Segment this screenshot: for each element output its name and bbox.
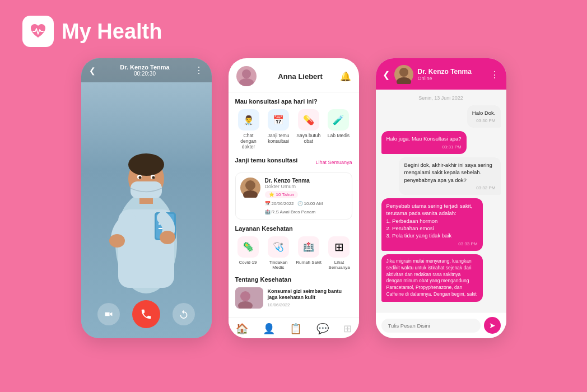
phone-chat: ❮ Dr. Kenzo Tenma Online ⋮ Senin, 13 Jun…	[376, 58, 506, 338]
all-icon: ⊞	[328, 236, 350, 258]
more-options-icon[interactable]: ⋮	[194, 65, 204, 76]
chat-doc-avatar	[394, 65, 413, 84]
quick-actions: 👨‍⚕️ Chat dengan dokter 📅 Janji temu kon…	[235, 109, 352, 150]
apt-doctor-name: Dr. Kenzo Tenma	[265, 178, 347, 184]
quick-action-chat[interactable]: 👨‍⚕️ Chat dengan dokter	[235, 109, 262, 150]
header: My Health	[0, 0, 587, 58]
call-timer: 00:20:30	[96, 71, 194, 77]
qa-label-chat: Chat dengan dokter	[235, 133, 262, 150]
apt-doctor-avatar	[240, 178, 260, 198]
quick-action-appointment[interactable]: 📅 Janji temu konsultasi	[265, 109, 292, 150]
news-item[interactable]: Konsumsi gizi seimbang bantu jaga keseha…	[235, 287, 352, 309]
quick-action-lab[interactable]: 🧪 Lab Medis	[325, 109, 352, 150]
layanan-covid[interactable]: 🦠 Covid-19	[235, 236, 261, 270]
news-title: Konsumsi gizi seimbang bantu jaga keseha…	[268, 288, 352, 301]
layanan-section-title: Layanan Kesehatan	[235, 225, 352, 232]
see-all-appointments[interactable]: Lihat Semuanya	[315, 160, 352, 165]
news-thumbnail	[235, 287, 263, 309]
chevron-down-icon[interactable]: ❮	[89, 66, 96, 75]
msg-time-2: 03:31 PM	[386, 144, 462, 150]
message-3: Begini dok, akhir-akhir ini saya sering …	[399, 157, 500, 195]
chat-doc-name: Dr. Kenzo Tenma	[418, 68, 472, 76]
covid-icon: 🦠	[237, 236, 259, 258]
msg-text-1: Halo Dok.	[472, 110, 496, 116]
svg-point-15	[109, 234, 125, 248]
apt-date: 📅 20/06/2022	[265, 201, 294, 206]
phones-row: ❮ Dr. Kenzo Tenma 00:20:30 ⋮	[0, 58, 587, 338]
nav-profile[interactable]: 👤	[263, 323, 275, 335]
layanan-all[interactable]: ⊞ Lihat Semuanya	[326, 236, 352, 270]
notification-bell-icon[interactable]: 🔔	[340, 71, 351, 82]
back-button[interactable]: ❮	[383, 69, 390, 80]
layanan-rs[interactable]: 🏥 Rumah Sakit	[296, 236, 322, 270]
message-5: Jika migrain mulai menyerang, luangkan s…	[381, 254, 483, 302]
msg-time-1: 03:30 PM	[472, 118, 496, 124]
msg-text-3: Begini dok, akhir-akhir ini saya sering …	[404, 162, 492, 183]
nav-home[interactable]: 🏠	[236, 323, 248, 335]
layanan-tindakan[interactable]: 🩺 Tindakan Medis	[265, 236, 291, 270]
phone-video-call: ❮ Dr. Kenzo Tenma 00:20:30 ⋮	[81, 58, 212, 338]
svg-point-22	[240, 291, 250, 301]
medicine-icon: 💊	[298, 109, 319, 130]
chat-input-field[interactable]	[381, 319, 481, 333]
qa-label-appt: Janji temu konsultasi	[265, 133, 292, 144]
tentang-section-title: Tentang Kesehatan	[235, 276, 352, 283]
phone-dashboard: Anna Liebert 🔔 Mau konsultasi apa hari i…	[229, 58, 359, 338]
nav-chat[interactable]: 💬	[316, 323, 329, 335]
video-call-header: ❮ Dr. Kenzo Tenma 00:20:30 ⋮	[81, 58, 212, 82]
send-button[interactable]: ➤	[484, 317, 501, 334]
msg-time-3: 03:32 PM	[404, 185, 495, 191]
tindakan-icon: 🩺	[268, 236, 289, 258]
dashboard-header: Anna Liebert 🔔	[229, 58, 359, 92]
msg-text-2: Halo juga. Mau Konsultasi apa?	[386, 136, 462, 142]
lab-icon: 🧪	[328, 109, 349, 130]
app-logo	[22, 16, 54, 47]
message-4: Penyebab utama sering terjadi sakit, ter…	[381, 198, 483, 251]
nav-records[interactable]: 📋	[290, 323, 302, 335]
layan-label-tindakan: Tindakan Medis	[265, 260, 291, 270]
video-doc-name: Dr. Kenzo Tenma	[96, 64, 194, 71]
svg-point-16	[160, 231, 175, 244]
chat-more-options-icon[interactable]: ⋮	[490, 69, 500, 80]
msg-time-4: 03:33 PM	[386, 241, 478, 247]
call-controls	[81, 300, 212, 328]
svg-point-20	[243, 190, 258, 198]
layan-label-rs: Rumah Sakit	[296, 260, 322, 265]
chat-doctor-icon: 👨‍⚕️	[238, 109, 259, 130]
layanan-grid: 🦠 Covid-19 🩺 Tindakan Medis 🏥 Rumah Saki…	[235, 236, 352, 270]
dashboard-body: Mau konsultasi apa hari ini? 👨‍⚕️ Chat d…	[229, 92, 359, 318]
appointment-card[interactable]: Dr. Kenzo Tenma Dokter Umum ⭐10 Tahun 📅 …	[235, 172, 352, 220]
appointment-icon: 📅	[268, 109, 289, 130]
end-call-button[interactable]	[132, 300, 160, 328]
apt-info: Dr. Kenzo Tenma Dokter Umum ⭐10 Tahun 📅 …	[265, 178, 347, 214]
apt-hospital: 🏥 R.S Awal Bros Panam	[265, 209, 316, 214]
svg-point-19	[245, 180, 255, 190]
chat-input-bar: ➤	[376, 312, 506, 338]
svg-point-25	[397, 77, 411, 84]
doctor-figure	[101, 114, 191, 293]
apt-time: 🕙 10:00 AM	[297, 201, 323, 206]
chat-header: ❮ Dr. Kenzo Tenma Online ⋮	[376, 58, 506, 90]
rotate-camera-button[interactable]	[173, 303, 195, 325]
message-1: Halo Dok. 03:30 PM	[467, 105, 501, 128]
rs-icon: 🏥	[298, 236, 319, 258]
msg-text-4: Penyebab utama sering terjadi sakit, ter…	[386, 203, 473, 239]
news-date: 10/06/2022	[268, 302, 352, 307]
user-name: Anna Liebert	[278, 72, 322, 81]
layan-label-covid: Covid-19	[239, 260, 257, 265]
chat-messages: Senin, 13 Juni 2022 Halo Dok. 03:30 PM H…	[376, 90, 506, 312]
message-2: Halo juga. Mau Konsultasi apa? 03:31 PM	[381, 131, 467, 153]
quick-action-medicine[interactable]: 💊 Saya butuh obat	[295, 109, 322, 150]
nav-apps[interactable]: ⊞	[343, 323, 352, 335]
apt-meta: 📅 20/06/2022 🕙 10:00 AM 🏥 R.S Awal Bros …	[265, 201, 347, 214]
bottom-nav: 🏠 👤 📋 💬 ⊞	[229, 318, 359, 338]
appointment-section-header: Janji temu konsultasi Lihat Semuanya	[235, 157, 352, 168]
apt-doctor-spec: Dokter Umum	[265, 184, 347, 189]
camera-toggle-button[interactable]	[97, 303, 120, 325]
msg-text-5: Jika migrain mulai menyerang, luangkan s…	[386, 258, 477, 297]
user-avatar	[236, 66, 257, 86]
svg-point-17	[242, 69, 251, 78]
greeting-text: Mau konsultasi apa hari ini?	[235, 98, 352, 105]
apt-experience-badge: ⭐10 Tahun	[265, 191, 299, 198]
app-title: My Health	[62, 20, 162, 44]
